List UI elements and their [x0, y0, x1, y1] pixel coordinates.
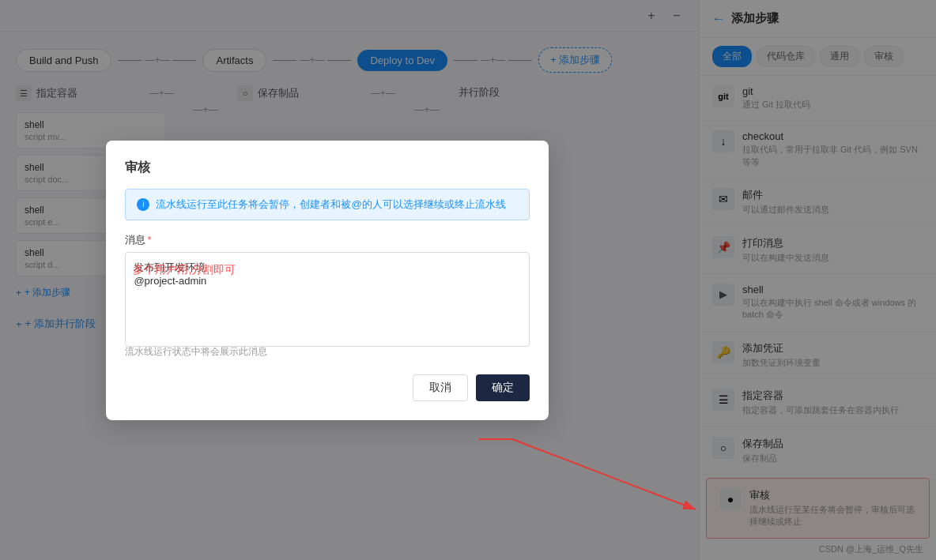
message-textarea[interactable]: 发布到开发环境 @project-admin — [125, 252, 530, 347]
dialog-info-box: i 流水线运行至此任务将会暂停，创建者和被@的人可以选择继续或终止流水线 — [125, 189, 530, 220]
required-mark: * — [147, 234, 151, 246]
textarea-hint: 流水线运行状态中将会展示此消息 — [125, 345, 530, 359]
message-label: 消息* — [125, 233, 530, 247]
dialog-actions: 取消 确定 — [125, 374, 530, 401]
main-container: + − Build and Push —+— Artifacts —+— — [0, 0, 936, 560]
cancel-button[interactable]: 取消 — [413, 374, 468, 401]
info-text: 流水线运行至此任务将会暂停，创建者和被@的人可以选择继续或终止流水线 — [156, 197, 505, 212]
dialog-title: 审核 — [125, 160, 530, 176]
confirm-button[interactable]: 确定 — [476, 374, 530, 401]
review-dialog: 审核 i 流水线运行至此任务将会暂停，创建者和被@的人可以选择继续或终止流水线 … — [106, 141, 549, 420]
info-icon: i — [137, 198, 149, 211]
